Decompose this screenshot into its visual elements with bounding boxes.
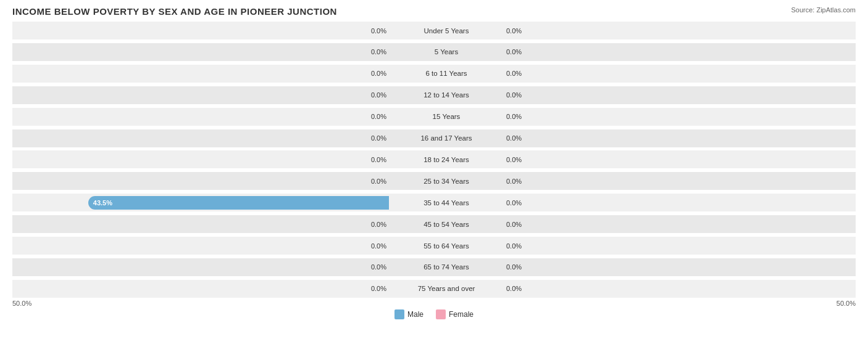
age-label: 55 to 64 Years bbox=[389, 242, 504, 250]
male-value: 0.0% bbox=[371, 48, 386, 55]
bar-row: 43.5%43.5%35 to 44 Years0.0% bbox=[12, 194, 856, 211]
legend: Male Female bbox=[12, 309, 856, 319]
bar-row: 0.0%Under 5 Years0.0% bbox=[12, 22, 856, 39]
bar-row: 0.0%55 to 64 Years0.0% bbox=[12, 237, 856, 255]
male-bar: 43.5% bbox=[88, 196, 389, 210]
male-value: 0.0% bbox=[371, 221, 386, 228]
bar-row: 0.0%15 Years0.0% bbox=[12, 108, 856, 126]
bar-row: 0.0%65 to 74 Years0.0% bbox=[12, 258, 856, 276]
female-value: 0.0% bbox=[506, 113, 522, 120]
male-value: 0.0% bbox=[371, 134, 386, 142]
age-label: 5 Years bbox=[389, 48, 504, 55]
male-value: 0.0% bbox=[371, 285, 386, 292]
chart-header: INCOME BELOW POVERTY BY SEX AND AGE IN P… bbox=[12, 6, 856, 17]
male-value: 0.0% bbox=[371, 70, 386, 77]
bar-row: 0.0%16 and 17 Years0.0% bbox=[12, 129, 856, 147]
chart-body: 0.0%Under 5 Years0.0%0.0%5 Years0.0%0.0%… bbox=[12, 22, 856, 298]
chart-title: INCOME BELOW POVERTY BY SEX AND AGE IN P… bbox=[12, 6, 337, 17]
female-value: 0.0% bbox=[506, 70, 522, 77]
female-value: 0.0% bbox=[506, 178, 522, 185]
female-value: 0.0% bbox=[506, 156, 522, 163]
bar-row: 0.0%25 to 34 Years0.0% bbox=[12, 172, 856, 190]
legend-male: Male bbox=[394, 309, 424, 319]
male-value: 0.0% bbox=[371, 113, 386, 120]
age-label: 35 to 44 Years bbox=[389, 199, 504, 207]
axis-left-label: 50.0% bbox=[12, 300, 31, 307]
female-value: 0.0% bbox=[506, 263, 522, 271]
male-value: 0.0% bbox=[371, 242, 386, 250]
age-label: 75 Years and over bbox=[389, 285, 504, 292]
age-label: Under 5 Years bbox=[389, 27, 504, 35]
female-value: 0.0% bbox=[506, 134, 522, 142]
female-value: 0.0% bbox=[506, 242, 522, 250]
age-label: 12 to 14 Years bbox=[389, 91, 504, 99]
legend-female: Female bbox=[436, 309, 474, 319]
age-label: 16 and 17 Years bbox=[389, 134, 504, 142]
bar-row: 0.0%45 to 54 Years0.0% bbox=[12, 215, 856, 233]
age-label: 18 to 24 Years bbox=[389, 156, 504, 163]
age-label: 25 to 34 Years bbox=[389, 178, 504, 185]
male-value: 0.0% bbox=[371, 178, 386, 185]
age-label: 65 to 74 Years bbox=[389, 263, 504, 271]
male-value: 0.0% bbox=[371, 156, 386, 163]
female-value: 0.0% bbox=[506, 199, 522, 207]
female-value: 0.0% bbox=[506, 221, 522, 228]
female-value: 0.0% bbox=[506, 48, 522, 55]
bar-row: 0.0%6 to 11 Years0.0% bbox=[12, 65, 856, 83]
female-label: Female bbox=[449, 310, 474, 319]
chart-container: INCOME BELOW POVERTY BY SEX AND AGE IN P… bbox=[0, 0, 868, 344]
axis-right-label: 50.0% bbox=[837, 300, 856, 307]
male-value: 0.0% bbox=[371, 27, 386, 35]
bar-row: 0.0%75 Years and over0.0% bbox=[12, 280, 856, 298]
female-value: 0.0% bbox=[506, 285, 522, 292]
male-value: 0.0% bbox=[371, 263, 386, 271]
bar-row: 0.0%12 to 14 Years0.0% bbox=[12, 86, 856, 104]
age-label: 15 Years bbox=[389, 113, 504, 120]
male-value: 0.0% bbox=[371, 91, 386, 99]
chart-source: Source: ZipAtlas.com bbox=[791, 6, 856, 14]
female-swatch bbox=[436, 309, 446, 319]
age-label: 45 to 54 Years bbox=[389, 221, 504, 228]
bar-row: 0.0%18 to 24 Years0.0% bbox=[12, 150, 856, 168]
male-swatch bbox=[394, 309, 404, 319]
age-label: 6 to 11 Years bbox=[389, 70, 504, 77]
bar-row: 0.0%5 Years0.0% bbox=[12, 43, 856, 61]
female-value: 0.0% bbox=[506, 91, 522, 99]
male-label: Male bbox=[407, 310, 424, 319]
axis-labels: 50.0% 50.0% bbox=[12, 300, 856, 307]
female-value: 0.0% bbox=[506, 27, 522, 35]
